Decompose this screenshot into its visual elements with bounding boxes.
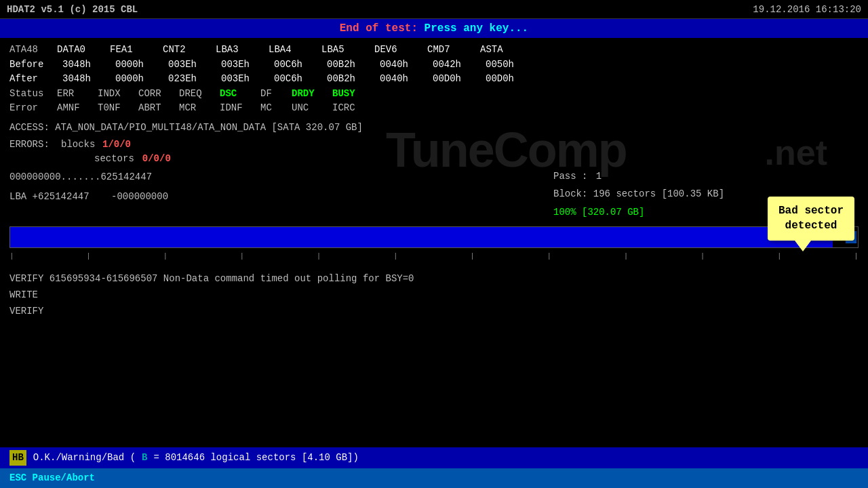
blue-banner: End of test: Press any key... <box>0 19 868 38</box>
tick-8: | <box>624 252 629 260</box>
after-fea1: 0000h <box>115 73 168 86</box>
banner-press-label: Press any key... <box>425 22 529 35</box>
tick-9: | <box>701 252 705 260</box>
ata-col-2: FEA1 <box>110 43 163 57</box>
before-cmd7: 0042h <box>433 58 486 72</box>
tooltip-container: Bad sector detected <box>768 197 854 241</box>
lba-line: LBA +625142447 -000000000 <box>9 188 553 205</box>
errors-sectors-row: sectors 0/0/0 <box>9 152 859 166</box>
after-lba4: 00C6h <box>274 73 327 86</box>
after-asta: 00D0h <box>486 73 538 86</box>
ata-before-row: Before 3048h 0000h 003Eh 003Eh 00C6h 00B… <box>9 58 859 72</box>
lba-plus: +625142447 <box>33 191 90 202</box>
tick-7: | <box>547 252 551 260</box>
status-dsc: DSC <box>220 87 260 101</box>
progress-bar-fill <box>10 227 833 247</box>
error-idnf: IDNF <box>220 102 260 115</box>
pass-value: 1 <box>596 171 601 182</box>
ata-after-row: After 3048h 0000h 023Eh 003Eh 00C6h 00B2… <box>9 73 859 86</box>
after-cnt2: 023Eh <box>168 73 221 86</box>
errors-sectors-value: 0/0/0 <box>142 152 171 166</box>
ata-col-1: DATA0 <box>57 43 110 57</box>
before-cnt2: 003Eh <box>168 58 221 72</box>
after-lba5: 00B2h <box>327 73 380 86</box>
before-asta: 0050h <box>486 58 538 72</box>
tick-5: | <box>393 252 398 260</box>
error-mc: MC <box>260 102 292 115</box>
log-line-0: VERIFY 615695934-615696507 Non-Data comm… <box>9 271 859 287</box>
tick-4: | <box>317 252 321 260</box>
after-dev6: 0040h <box>380 73 433 86</box>
pass-label: Pass : <box>553 171 587 182</box>
errors-sectors-label: sectors <box>94 152 134 166</box>
status-badge: HB <box>9 450 26 466</box>
log-line-1: WRITE <box>9 287 859 304</box>
status-dreq: DREQ <box>179 87 220 101</box>
status-df: DF <box>260 87 292 101</box>
errors-blocks-value: 1/0/0 <box>102 138 131 152</box>
app-title: HDAT2 v5.1 (c) 2015 CBL <box>7 4 138 15</box>
error-unc: UNC <box>292 102 332 115</box>
status-drdy: DRDY <box>292 87 332 101</box>
error-mcr: MCR <box>179 102 220 115</box>
lba-minus: -000000000 <box>111 191 168 202</box>
datetime: 19.12.2016 16:13:20 <box>753 4 861 15</box>
tick-0: | <box>9 252 14 260</box>
error-row: Error AMNF T0NF ABRT MCR IDNF MC UNC ICR… <box>9 102 859 115</box>
esc-bar[interactable]: ESC Pause/Abort <box>0 468 868 488</box>
left-section: 000000000.......625142447 LBA +625142447… <box>9 169 553 220</box>
tooltip-line1: Bad sector <box>778 205 844 217</box>
status-bar: HB O.K./Warning/Bad ( B = 8014646 logica… <box>0 447 868 468</box>
status-err: ERR <box>57 87 98 101</box>
esc-label: ESC Pause/Abort <box>9 472 95 483</box>
error-label: Error <box>9 102 57 115</box>
after-lba3: 003Eh <box>221 73 274 86</box>
tick-10: | <box>777 252 782 260</box>
status-row: Status ERR INDX CORR DREQ DSC DF DRDY BU… <box>9 87 859 101</box>
status-blue-b: B <box>140 451 149 465</box>
ata-col-9: ASTA <box>480 43 533 57</box>
log-line-2: VERIFY <box>9 304 859 320</box>
tick-3: | <box>240 252 245 260</box>
after-cmd7: 00D0h <box>433 73 486 86</box>
bottom-section: HB O.K./Warning/Bad ( B = 8014646 logica… <box>0 447 868 488</box>
status-label: Status <box>9 87 57 101</box>
before-label: Before <box>9 58 62 72</box>
tick-6: | <box>470 252 475 260</box>
tooltip-line2: detected <box>785 220 837 232</box>
ata-col-8: CMD7 <box>427 43 480 57</box>
error-icrc: ICRC <box>332 102 373 115</box>
ata-col-6: LBA5 <box>321 43 374 57</box>
ata-header-row: ATA48 DATA0 FEA1 CNT2 LBA3 LBA4 LBA5 DEV… <box>9 43 859 57</box>
before-lba4: 00C6h <box>274 58 327 72</box>
tick-2: | <box>163 252 167 260</box>
before-lba3: 003Eh <box>221 58 274 72</box>
before-dev6: 0040h <box>380 58 433 72</box>
errors-blocks-label: blocks <box>61 138 98 152</box>
tick-11: | <box>854 252 859 260</box>
tooltip-box: Bad sector detected <box>768 197 854 241</box>
top-bar: HDAT2 v5.1 (c) 2015 CBL 19.12.2016 16:13… <box>0 0 868 19</box>
progress-bar-container: B <box>9 226 859 248</box>
ata-col-3: CNT2 <box>163 43 216 57</box>
ata-col-0: ATA48 <box>9 43 57 57</box>
status-indx: INDX <box>98 87 138 101</box>
banner-end-label: End of test: <box>340 22 418 35</box>
ata-col-7: DEV6 <box>374 43 427 57</box>
lba-label: LBA <box>9 191 33 202</box>
after-label: After <box>9 73 62 86</box>
mid-section: 000000000.......625142447 LBA +625142447… <box>9 169 859 220</box>
before-data0: 3048h <box>62 58 115 72</box>
errors-section: ERRORS: blocks 1/0/0 sectors 0/0/0 <box>9 138 859 166</box>
before-lba5: 00B2h <box>327 58 380 72</box>
main-content: ATA48 DATA0 FEA1 CNT2 LBA3 LBA4 LBA5 DEV… <box>0 38 868 325</box>
before-fea1: 0000h <box>115 58 168 72</box>
ata-col-4: LBA3 <box>216 43 269 57</box>
error-abrt: ABRT <box>138 102 179 115</box>
errors-label: ERRORS: <box>9 138 57 152</box>
ata-col-5: LBA4 <box>269 43 321 57</box>
screen: HDAT2 v5.1 (c) 2015 CBL 19.12.2016 16:13… <box>0 0 868 488</box>
pass-line: Pass : 1 <box>553 169 859 184</box>
status-busy: BUSY <box>332 87 373 101</box>
after-data0: 3048h <box>62 73 115 86</box>
